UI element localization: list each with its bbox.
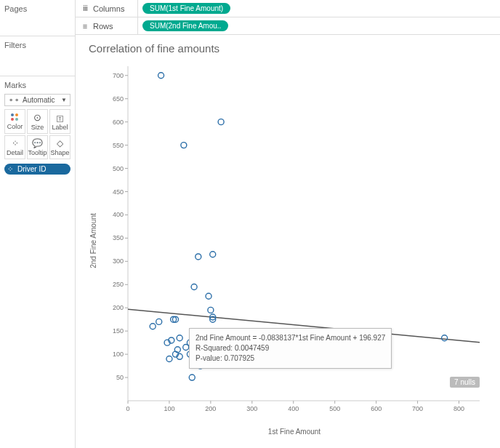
mark-card-shape[interactable]: ◇Shape: [49, 135, 70, 159]
rows-shelf[interactable]: ≡Rows SUM(2nd Fine Amou..: [76, 17, 500, 35]
svg-text:400: 400: [288, 405, 299, 412]
svg-point-54: [191, 284, 197, 289]
plot-box[interactable]: 2nd Fine Amount 501001502002503003504004…: [102, 59, 487, 423]
filters-panel[interactable]: Filters: [0, 36, 75, 76]
chevron-down-icon: ▼: [61, 97, 67, 103]
chart-area: Correlation of fine amounts 2nd Fine Amo…: [76, 35, 500, 448]
tooltip-icon: 💬: [32, 138, 43, 148]
detail-icon: ⁘: [7, 165, 13, 173]
tooltip-pvalue: P-value: 0.707925: [195, 353, 385, 364]
marks-grid: Color⊙SizeTLabel⁘Detail💬Tooltip◇Shape: [4, 109, 70, 159]
svg-point-57: [156, 319, 162, 324]
svg-point-65: [177, 335, 182, 341]
rows-label: Rows: [93, 22, 113, 31]
svg-text:800: 800: [453, 405, 464, 412]
driver-pill-label: Driver ID: [17, 165, 46, 173]
svg-point-60: [208, 307, 214, 313]
svg-point-78: [189, 375, 195, 380]
mark-card-color[interactable]: Color: [4, 109, 25, 134]
rows-pill[interactable]: SUM(2nd Fine Amou..: [142, 20, 228, 31]
right-panel: ⅲColumns SUM(1st Fine Amount) ≡Rows SUM(…: [76, 0, 500, 448]
nulls-badge[interactable]: 7 nulls: [450, 377, 480, 388]
pages-panel[interactable]: Pages: [0, 0, 75, 36]
svg-text:50: 50: [116, 374, 124, 381]
pages-title: Pages: [4, 3, 70, 15]
svg-text:700: 700: [113, 72, 124, 79]
y-axis-label: 2nd Fine Amount: [89, 213, 97, 268]
svg-text:200: 200: [113, 304, 124, 311]
svg-point-68: [166, 356, 172, 362]
svg-point-50: [218, 119, 224, 125]
svg-point-53: [210, 252, 216, 257]
columns-icon: ⅲ: [80, 4, 90, 13]
svg-text:100: 100: [113, 351, 124, 358]
svg-text:100: 100: [164, 405, 174, 412]
svg-text:250: 250: [113, 281, 124, 288]
size-icon: ⊙: [33, 112, 41, 123]
svg-text:150: 150: [113, 327, 124, 335]
label-icon: T: [57, 113, 62, 123]
mark-card-label[interactable]: TLabel: [49, 109, 70, 134]
driver-id-pill[interactable]: ⁘ Driver ID: [4, 164, 70, 175]
x-axis-label: 1st Fine Amount: [268, 428, 320, 436]
rows-icon: ≡: [80, 22, 90, 31]
tooltip-rsquared: R-Squared: 0.0047459: [195, 343, 385, 353]
svg-text:600: 600: [371, 405, 382, 412]
color-icon: [11, 113, 20, 122]
marks-panel: Marks ⚬⚬Automatic ▼ Color⊙SizeTLabel⁘Det…: [0, 76, 75, 177]
svg-text:300: 300: [246, 405, 257, 412]
marks-select-label: Automatic: [23, 96, 55, 104]
columns-shelf[interactable]: ⅲColumns SUM(1st Fine Amount): [76, 0, 500, 17]
svg-text:600: 600: [113, 119, 124, 126]
svg-point-79: [442, 335, 448, 341]
svg-point-72: [183, 345, 189, 351]
svg-point-56: [150, 324, 156, 329]
svg-text:550: 550: [113, 142, 124, 149]
svg-text:500: 500: [329, 405, 340, 412]
svg-text:450: 450: [113, 188, 124, 196]
trend-tooltip: 2nd Fine Amount = -0.0838137*1st Fine Am…: [189, 328, 392, 369]
left-panel: Pages Filters Marks ⚬⚬Automatic ▼ Color⊙…: [0, 0, 76, 448]
svg-point-52: [195, 254, 201, 260]
columns-pill[interactable]: SUM(1st Fine Amount): [142, 3, 230, 14]
svg-text:0: 0: [126, 405, 129, 412]
marks-title: Marks: [4, 79, 70, 91]
filters-title: Filters: [4, 39, 70, 51]
svg-point-55: [206, 293, 211, 299]
columns-label: Columns: [93, 4, 124, 13]
svg-point-51: [181, 143, 187, 148]
svg-point-49: [158, 73, 164, 79]
tooltip-equation: 2nd Fine Amount = -0.0838137*1st Fine Am…: [195, 333, 385, 343]
svg-text:500: 500: [113, 165, 124, 172]
svg-text:400: 400: [113, 211, 124, 218]
marks-type-select[interactable]: ⚬⚬Automatic ▼: [4, 94, 70, 106]
svg-text:700: 700: [412, 405, 423, 412]
detail-icon: ⁘: [12, 138, 19, 148]
mark-card-size[interactable]: ⊙Size: [27, 109, 48, 134]
mark-card-tooltip[interactable]: 💬Tooltip: [27, 135, 48, 159]
shape-icon: ◇: [57, 138, 63, 148]
chart-title: Correlation of fine amounts: [89, 42, 487, 55]
svg-text:350: 350: [113, 234, 124, 241]
svg-text:650: 650: [113, 95, 124, 103]
mark-card-detail[interactable]: ⁘Detail: [4, 135, 25, 159]
shape-icon: ⚬⚬: [8, 96, 20, 104]
svg-text:200: 200: [205, 405, 216, 412]
svg-text:300: 300: [113, 257, 124, 265]
